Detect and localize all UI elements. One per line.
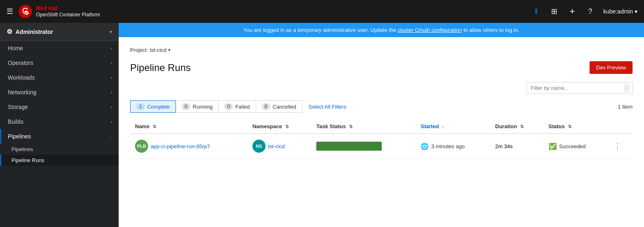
- nav-left: ☰ Red Hat OpenShift Container Platform: [7, 4, 100, 19]
- role-label: ⚙ Administrator: [7, 28, 53, 36]
- status-succeeded-cell: ✅ Succeeded: [549, 142, 604, 150]
- admin-banner: You are logged in as a temporary adminis…: [119, 23, 644, 37]
- sidebar-item-workloads[interactable]: Workloads ›: [0, 70, 119, 85]
- sidebar-item-operators-arrow-icon: ›: [110, 60, 112, 65]
- sidebar-role-selector[interactable]: ⚙ Administrator ▾: [0, 23, 119, 41]
- filter-chip-running[interactable]: 0 Running: [176, 100, 218, 113]
- role-name: Administrator: [16, 29, 53, 35]
- filter-chip-failed[interactable]: 0 Failed: [218, 100, 256, 113]
- sidebar-item-storage[interactable]: Storage ›: [0, 100, 119, 114]
- filter-input[interactable]: [526, 82, 633, 94]
- globe-icon: 🌐: [421, 142, 429, 150]
- check-circle-icon: ✅: [549, 142, 557, 150]
- status-sort-icon[interactable]: ⇅: [568, 124, 572, 129]
- task-status-sort-icon[interactable]: ⇅: [349, 124, 353, 129]
- user-menu-chevron-icon: ▾: [635, 8, 637, 15]
- user-menu[interactable]: kube:admin ▾: [603, 8, 637, 15]
- banner-text: You are logged in as a temporary adminis…: [243, 27, 398, 33]
- row-namespace-cell: NS tst-cicd: [248, 134, 311, 159]
- sidebar-item-workloads-arrow-icon: ›: [110, 75, 112, 80]
- sidebar-item-networking[interactable]: Networking ›: [0, 85, 119, 100]
- complete-label: Complete: [147, 104, 170, 110]
- project-selector[interactable]: Project: tst-cicd ▾: [130, 47, 633, 53]
- col-actions: [609, 119, 633, 134]
- namespace-sort-icon[interactable]: ⇅: [285, 124, 289, 129]
- sidebar-item-home[interactable]: Home ›: [0, 41, 119, 56]
- pipeline-run-link[interactable]: app-ci-pipeline-run-85rp7: [151, 143, 210, 149]
- sidebar: ⚙ Administrator ▾ Home › Operators › Wor…: [0, 23, 119, 227]
- help-icon[interactable]: ?: [585, 7, 595, 16]
- grid-icon[interactable]: ⊞: [549, 7, 559, 16]
- started-cell-content: 🌐 3 minutes ago: [421, 142, 485, 150]
- sidebar-item-builds-label: Builds: [8, 118, 23, 125]
- sidebar-section-pipeline-runs[interactable]: Pipeline Runs: [0, 155, 119, 166]
- row-status-cell: ✅ Succeeded: [544, 134, 609, 159]
- col-name: Name ⇅: [130, 119, 248, 134]
- table-header: Name ⇅ Namespace ⇅ Task Status ⇅ Start: [130, 119, 633, 134]
- sidebar-item-pipelines-label: Pipelines: [8, 133, 31, 140]
- filter-row: /: [130, 82, 633, 94]
- banner-text-after: to allow others to log in.: [462, 27, 519, 33]
- filter-input-wrap: /: [526, 82, 633, 94]
- sidebar-item-pipelines[interactable]: Pipelines ⌄: [0, 129, 119, 144]
- dev-preview-button[interactable]: Dev Preview: [590, 61, 633, 74]
- cancelled-label: Cancelled: [272, 104, 296, 110]
- name-sort-icon[interactable]: ⇅: [153, 124, 156, 129]
- filter-chip-cancelled[interactable]: 0 Cancelled: [256, 100, 303, 113]
- col-namespace: Namespace ⇅: [248, 119, 311, 134]
- filter-slash-hint: /: [624, 85, 629, 92]
- namespace-link[interactable]: tst-cicd: [268, 143, 285, 149]
- project-dropdown-icon: ▾: [168, 47, 171, 53]
- hamburger-menu-icon[interactable]: ☰: [7, 7, 13, 16]
- select-all-filters-link[interactable]: Select All Filters: [308, 104, 346, 110]
- page-header: Pipeline Runs Dev Preview: [130, 61, 633, 74]
- ns-badge: NS: [252, 140, 266, 153]
- oauth-config-link[interactable]: cluster OAuth configuration: [398, 27, 462, 33]
- failed-label: Failed: [235, 104, 250, 110]
- task-status-bar: [316, 142, 382, 151]
- sidebar-item-home-arrow-icon: ›: [110, 46, 112, 51]
- duration-sort-icon[interactable]: ⇅: [520, 124, 524, 129]
- filter-chip-complete[interactable]: 1 Complete: [130, 100, 176, 113]
- brand-platform: OpenShift Container Platform: [36, 12, 100, 18]
- col-status: Status ⇅: [544, 119, 609, 134]
- pipeline-runs-table: Name ⇅ Namespace ⇅ Task Status ⇅ Start: [130, 119, 633, 159]
- started-sort-icon[interactable]: ↓: [442, 124, 444, 129]
- sidebar-item-pipelines-arrow-icon: ⌄: [108, 134, 112, 139]
- duration-value: 2m 34s: [495, 143, 513, 149]
- row-name-cell: PLR app-ci-pipeline-run-85rp7: [130, 134, 248, 159]
- sidebar-item-operators-label: Operators: [8, 60, 33, 66]
- sidebar-section-pipeline-runs-label: Pipeline Runs: [11, 157, 44, 163]
- project-label: Project: tst-cicd: [130, 47, 167, 53]
- role-chevron-icon: ▾: [110, 29, 112, 35]
- sidebar-item-storage-arrow-icon: ›: [110, 105, 112, 109]
- kebab-menu-icon[interactable]: ⋮: [614, 142, 621, 150]
- page-title: Pipeline Runs: [130, 62, 191, 73]
- page-content: Project: tst-cicd ▾ Pipeline Runs Dev Pr…: [119, 37, 644, 227]
- brand-redhat: Red Hat: [36, 5, 100, 12]
- row-actions-cell: ⋮: [609, 134, 633, 159]
- sidebar-item-builds[interactable]: Builds ›: [0, 114, 119, 129]
- col-started: Started ↓: [416, 119, 490, 134]
- status-filters: 1 Complete 0 Running 0 Failed 0 Cancelle…: [130, 100, 633, 113]
- row-started-cell: 🌐 3 minutes ago: [416, 134, 490, 159]
- sidebar-section-pipelines[interactable]: Pipelines: [0, 144, 119, 155]
- redhat-logo-icon: [18, 4, 33, 19]
- upload-icon[interactable]: ⬆: [531, 7, 541, 16]
- running-label: Running: [193, 104, 212, 110]
- row-task-status-cell: [311, 134, 416, 159]
- col-task-status: Task Status ⇅: [311, 119, 416, 134]
- content-area: You are logged in as a temporary adminis…: [119, 23, 644, 227]
- complete-count: 1: [136, 103, 145, 110]
- running-count: 0: [182, 103, 190, 110]
- sidebar-item-operators[interactable]: Operators ›: [0, 56, 119, 70]
- ns-cell-content: NS tst-cicd: [252, 140, 306, 153]
- table-body: PLR app-ci-pipeline-run-85rp7 NS tst-cic…: [130, 134, 633, 159]
- sidebar-section-pipelines-label: Pipelines: [11, 146, 33, 152]
- plus-icon[interactable]: +: [567, 6, 577, 17]
- sidebar-item-networking-arrow-icon: ›: [110, 90, 112, 95]
- plr-badge: PLR: [135, 140, 148, 153]
- cancelled-count: 0: [262, 103, 270, 110]
- user-name: kube:admin: [603, 8, 633, 15]
- main-layout: ⚙ Administrator ▾ Home › Operators › Wor…: [0, 23, 644, 227]
